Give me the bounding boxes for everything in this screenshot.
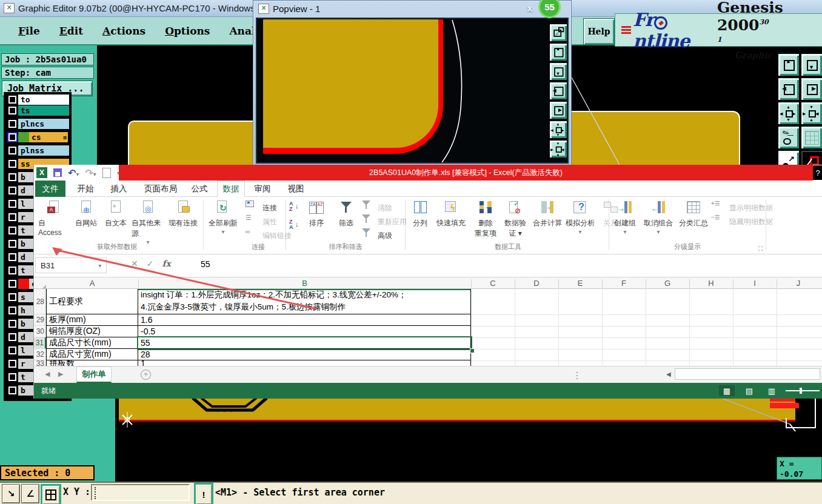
row-header-31[interactable]: 31 xyxy=(34,337,46,349)
toolbar-button-fit-in[interactable]: ▼▲▶◀ xyxy=(801,102,822,125)
zoom-slider[interactable] xyxy=(786,390,820,391)
layer-checkbox-icon[interactable] xyxy=(8,320,16,328)
excel-grid[interactable]: ABCDEFGHIJ28工程要求insight 订单：1.外层完成铜厚1oz；2… xyxy=(34,277,822,366)
fill-handle[interactable] xyxy=(470,348,475,353)
ribbon-button-数据验[interactable]: ✓⊘数据验证 ▾ xyxy=(501,199,529,239)
layer-checkbox-cell[interactable] xyxy=(6,132,18,142)
ribbon-button-删除[interactable]: →删除重复项 xyxy=(471,199,500,239)
ribbon-button-自文本[interactable]: ≡自文本 xyxy=(102,199,130,228)
ribbon-tab-数据[interactable]: 数据 xyxy=(217,181,245,197)
layer-name-bar[interactable]: ts xyxy=(18,105,69,116)
ribbon-button-连接[interactable]: 连接 xyxy=(244,202,277,214)
ribbon-tab-页面布局[interactable]: 页面布局 xyxy=(139,181,182,197)
popview-canvas[interactable]: ◿▲▼◀▶▲▼◀▶▼▲▶◀ xyxy=(256,18,569,164)
layer-checkbox-cell[interactable] xyxy=(6,199,18,209)
ribbon-button-自 Access[interactable]: A自 Access xyxy=(38,199,70,237)
ribbon-button-模拟分析[interactable]: ?模拟分析▾ xyxy=(564,199,596,235)
cell-a31[interactable]: 成品尺寸长(mm) xyxy=(46,337,138,349)
layer-checkbox-icon[interactable] xyxy=(8,267,16,274)
layer-checkbox-icon[interactable] xyxy=(8,280,16,288)
fx-icon[interactable]: fx xyxy=(162,259,170,268)
layer-checkbox-icon[interactable] xyxy=(8,213,16,221)
view-page-break-icon[interactable]: ▥ xyxy=(764,385,780,396)
layer-name-bar[interactable]: plnss xyxy=(18,145,69,156)
cell-b33[interactable]: 1 xyxy=(138,360,471,366)
menu-item-edit[interactable]: Edit xyxy=(50,22,93,39)
layer-checkbox-icon[interactable] xyxy=(8,173,16,181)
popview-tool-fit-in[interactable]: ▼▲▶◀ xyxy=(549,140,567,158)
layer-checkbox-icon[interactable] xyxy=(8,333,16,341)
popview-titlebar[interactable]: ✕ Popview - 1 xyxy=(258,4,320,14)
popview-tool-win-copy[interactable]: ◿ xyxy=(549,24,567,42)
toolbar-button-fit-out[interactable]: ▲▼◀▶ xyxy=(778,102,800,125)
column-header-D[interactable]: D xyxy=(515,279,558,289)
popview-tool-fit-out[interactable]: ▲▼◀▶ xyxy=(549,121,567,139)
toolbar-button-pan-up[interactable]: ▲ xyxy=(778,53,800,76)
layer-checkbox-icon[interactable] xyxy=(8,307,16,314)
row-header-29[interactable]: 29 xyxy=(34,314,46,326)
ribbon-button-排序[interactable]: ZAAZ排序 xyxy=(304,199,329,228)
ribbon-button-自其他来源[interactable]: ◎自其他来源▾ xyxy=(132,199,164,245)
measure-mode-button[interactable]: ∠ xyxy=(21,484,39,503)
horizontal-scrollbar[interactable] xyxy=(675,368,820,380)
ribbon-button-创建组[interactable]: →创建组▾ xyxy=(612,199,638,235)
xy-input[interactable] xyxy=(91,484,190,501)
layer-checkbox-cell[interactable] xyxy=(6,172,18,182)
column-header-G[interactable]: G xyxy=(646,279,689,289)
sheet-tab[interactable]: 制作单 xyxy=(76,366,112,383)
layer-checkbox-cell[interactable] xyxy=(6,305,18,316)
new-doc-icon[interactable] xyxy=(102,168,111,178)
row-header-33[interactable]: 33 xyxy=(34,360,46,366)
sheet-next-icon[interactable]: ▶ xyxy=(58,370,63,378)
ribbon-button-分类汇总[interactable]: 分类汇总 xyxy=(678,199,709,228)
layer-row[interactable]: plnss xyxy=(6,145,72,156)
ribbon-button-属性[interactable]: ☰属性 xyxy=(244,216,277,228)
layer-checkbox-cell[interactable] xyxy=(6,119,18,129)
ribbon-button-自网站[interactable]: ⊕自网站 xyxy=(72,199,100,228)
menu-item-options[interactable]: Options xyxy=(155,22,219,39)
layer-checkbox-icon[interactable] xyxy=(8,160,16,168)
layer-checkbox-cell[interactable] xyxy=(6,94,18,105)
ribbon-tab-开始[interactable]: 开始 xyxy=(72,181,99,197)
layer-checkbox-icon[interactable] xyxy=(8,96,16,104)
undo-icon[interactable]: ↶▾ xyxy=(68,167,79,179)
column-header-H[interactable]: H xyxy=(689,279,733,289)
ribbon-button-分列[interactable]: 分列 xyxy=(408,199,432,228)
layer-row[interactable]: plncs xyxy=(6,119,72,129)
layer-checkbox-cell[interactable] xyxy=(6,105,18,116)
popview-tool-pan-left[interactable]: ◀ xyxy=(549,82,567,100)
cell-b29[interactable]: 1.6 xyxy=(138,314,471,326)
layer-checkbox-cell[interactable] xyxy=(6,265,18,276)
cancel-icon[interactable]: ✕ xyxy=(131,259,138,268)
layer-checkbox-cell[interactable] xyxy=(6,159,18,169)
ribbon-button-现有连接[interactable]: 现有连接 xyxy=(167,199,199,228)
select-all-corner[interactable] xyxy=(42,285,46,289)
ribbon-tab-插入[interactable]: 插入 xyxy=(105,181,132,197)
popview-window[interactable]: ✕ Popview - 1 x ◿▲▼◀▶▲▼◀▶▼▲▶◀ xyxy=(253,0,572,167)
ribbon-button-编辑链接[interactable]: ∞编辑链接 xyxy=(244,230,292,242)
layer-name-bar[interactable]: to xyxy=(18,94,69,105)
popview-tool-pan-down[interactable]: ▼ xyxy=(549,62,567,81)
layer-checkbox-icon[interactable] xyxy=(8,253,16,261)
layer-checkbox-cell[interactable] xyxy=(6,292,18,302)
ribbon-tab-公式[interactable]: 公式 xyxy=(187,181,212,197)
layer-row[interactable]: ts xyxy=(6,105,72,116)
save-icon[interactable] xyxy=(53,168,62,177)
alert-button[interactable]: ! xyxy=(194,483,213,504)
layer-checkbox-icon[interactable] xyxy=(8,120,16,128)
zoom-slider-handle[interactable] xyxy=(800,388,802,394)
popview-tool-pan-up[interactable]: ▲ xyxy=(549,43,567,61)
ribbon-button-合并计算[interactable]: →合并计算 xyxy=(530,199,564,228)
layer-checkbox-cell[interactable] xyxy=(6,185,18,196)
column-header-C[interactable]: C xyxy=(471,279,515,289)
sort-az-button[interactable]: AZ↓ xyxy=(288,203,304,215)
layer-checkbox-cell[interactable] xyxy=(6,145,18,156)
layer-checkbox-icon[interactable] xyxy=(8,373,16,381)
layer-checkbox-cell[interactable] xyxy=(6,345,18,356)
layer-checkbox-icon[interactable] xyxy=(8,200,16,208)
cell-a30[interactable]: 铜箔厚度(OZ) xyxy=(46,326,138,337)
cell-a33[interactable]: 拼板数 xyxy=(46,360,138,366)
popview-close-button[interactable]: x xyxy=(527,3,532,13)
layer-checkbox-icon[interactable] xyxy=(8,147,16,154)
layer-checkbox-cell[interactable] xyxy=(6,359,18,369)
